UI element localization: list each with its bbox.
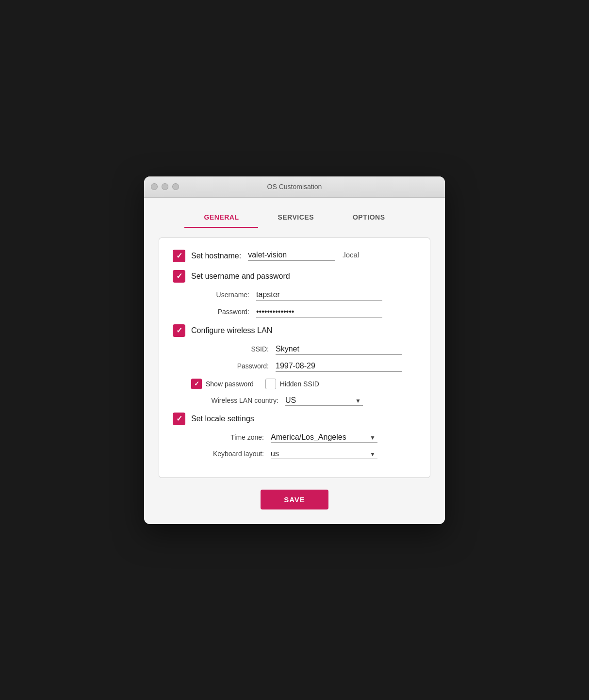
keyboard-row: Keyboard layout: us uk de ▼ — [191, 449, 416, 459]
show-password-label: Show password — [206, 380, 254, 388]
country-row: Wireless LAN country: US GB DE ▼ — [191, 396, 416, 406]
traffic-lights — [151, 183, 179, 190]
credentials-fields: Username: Password: — [191, 290, 416, 318]
ssid-input[interactable] — [276, 345, 402, 355]
keyboard-label: Keyboard layout: — [191, 450, 264, 458]
hidden-ssid-label: Hidden SSID — [280, 380, 319, 388]
country-dropdown-wrapper: US GB DE ▼ — [285, 396, 363, 406]
wifi-options-row: ✓ Show password Hidden SSID — [191, 379, 416, 389]
country-select[interactable]: US GB DE — [285, 396, 363, 406]
credentials-label: Set username and password — [191, 272, 290, 281]
wifi-password-row: Password: — [191, 362, 416, 372]
credentials-checkbox[interactable]: ✓ — [173, 270, 185, 283]
ssid-label: SSID: — [191, 345, 269, 353]
wifi-password-label: Password: — [191, 362, 269, 370]
credentials-checkmark: ✓ — [176, 272, 182, 280]
wireless-label: Configure wireless LAN — [191, 326, 272, 335]
hostname-input[interactable] — [248, 251, 335, 261]
hidden-ssid-checkbox[interactable] — [265, 379, 276, 389]
hidden-ssid-option[interactable]: Hidden SSID — [265, 379, 319, 389]
hostname-section-row: ✓ Set hostname: .local — [173, 250, 416, 262]
show-password-option[interactable]: ✓ Show password — [191, 379, 254, 389]
tab-options[interactable]: OPTIONS — [333, 207, 405, 228]
save-area: SAVE — [159, 490, 430, 509]
tab-services[interactable]: SERVICES — [258, 207, 333, 228]
window-body: GENERAL SERVICES OPTIONS ✓ Set hostname:… — [144, 198, 445, 524]
content-box: ✓ Set hostname: .local ✓ Set username an… — [159, 238, 430, 478]
hostname-checkmark: ✓ — [176, 252, 182, 260]
hostname-label: Set hostname: — [191, 252, 241, 260]
locale-checkmark: ✓ — [176, 415, 182, 423]
locale-fields: Time zone: America/Los_Angeles America/N… — [191, 433, 416, 459]
wifi-password-input[interactable] — [276, 362, 402, 372]
show-password-checkmark: ✓ — [194, 381, 199, 387]
app-window: OS Customisation GENERAL SERVICES OPTION… — [144, 176, 445, 524]
minimize-button[interactable] — [162, 183, 168, 190]
hostname-input-row: .local — [248, 251, 359, 261]
locale-label: Set locale settings — [191, 414, 254, 423]
locale-section-row: ✓ Set locale settings — [173, 413, 416, 425]
window-title: OS Customisation — [267, 183, 322, 191]
timezone-label: Time zone: — [191, 433, 264, 441]
country-label: Wireless LAN country: — [191, 397, 278, 404]
show-password-checkbox[interactable]: ✓ — [191, 379, 202, 389]
username-row: Username: — [191, 290, 416, 301]
tab-general[interactable]: GENERAL — [184, 207, 258, 228]
title-bar: OS Customisation — [144, 176, 445, 198]
timezone-dropdown-wrapper: America/Los_Angeles America/New_York UTC… — [271, 433, 377, 443]
credentials-section-row: ✓ Set username and password — [173, 270, 416, 283]
timezone-row: Time zone: America/Los_Angeles America/N… — [191, 433, 416, 443]
wireless-fields: SSID: Password: — [191, 345, 416, 372]
ssid-row: SSID: — [191, 345, 416, 355]
keyboard-dropdown-wrapper: us uk de ▼ — [271, 449, 377, 459]
local-suffix: .local — [342, 251, 359, 259]
tabs-container: GENERAL SERVICES OPTIONS — [159, 207, 430, 228]
username-input[interactable] — [256, 290, 382, 301]
timezone-select[interactable]: America/Los_Angeles America/New_York UTC — [271, 433, 377, 443]
locale-checkbox[interactable]: ✓ — [173, 413, 185, 425]
close-button[interactable] — [151, 183, 158, 190]
hostname-checkbox[interactable]: ✓ — [173, 250, 185, 262]
keyboard-select[interactable]: us uk de — [271, 449, 377, 459]
wireless-section-row: ✓ Configure wireless LAN — [173, 324, 416, 337]
wireless-checkbox[interactable]: ✓ — [173, 324, 185, 337]
username-label: Username: — [191, 291, 249, 299]
country-field-group: Wireless LAN country: US GB DE ▼ — [191, 396, 416, 406]
password-label: Password: — [191, 308, 249, 316]
password-input[interactable] — [256, 307, 382, 318]
wireless-checkmark: ✓ — [176, 327, 182, 334]
password-row: Password: — [191, 307, 416, 318]
maximize-button[interactable] — [172, 183, 179, 190]
save-button[interactable]: SAVE — [261, 490, 328, 509]
